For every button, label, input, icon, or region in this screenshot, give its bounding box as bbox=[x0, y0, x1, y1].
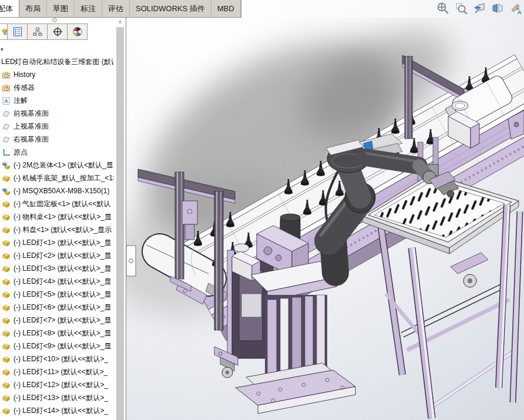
propertymanager-icon bbox=[12, 26, 23, 37]
assembly-3d-render bbox=[126, 18, 524, 420]
tree-filter-dropdown-icon[interactable]: ▾ bbox=[1, 46, 4, 52]
tree-item-led-light-12[interactable]: (-) LED灯<12> (默认<<默认>_ bbox=[0, 378, 114, 391]
feature-tree: LED灯自动化粘结设备三维套图 (默认History传感器注解前视基准面上视基准… bbox=[0, 55, 126, 420]
tree-root-item[interactable]: LED灯自动化粘结设备三维套图 (默认 bbox=[0, 55, 113, 68]
tree-item-led-light-7[interactable]: (-) LED灯<7> (默认<<默认>_显 bbox=[0, 314, 114, 327]
zoom-to-area-icon[interactable] bbox=[454, 1, 468, 15]
plane-icon bbox=[2, 135, 11, 144]
assembly-icon bbox=[2, 187, 11, 196]
tab-displaymanager[interactable] bbox=[68, 23, 88, 40]
tree-item-history[interactable]: History bbox=[0, 68, 114, 81]
tree-item-led-light-9[interactable]: (-) LED灯<9> (默认<<默认>_显 bbox=[0, 340, 114, 352]
tree-item-material-tray[interactable]: (-) 料盘<1> (默认<<默认>_显示 bbox=[0, 223, 114, 236]
material-table[interactable] bbox=[362, 174, 520, 418]
dimxpertmanager-icon bbox=[52, 26, 63, 37]
tree-item-label: (-) LED灯<6> (默认<<默认>_显 bbox=[14, 303, 111, 313]
section-view-icon[interactable] bbox=[491, 1, 505, 15]
tree-item-label: (-) LED灯<7> (默认<<默认>_显 bbox=[14, 315, 111, 325]
3d-viewport[interactable]: A bbox=[126, 0, 524, 420]
part-icon bbox=[2, 174, 11, 183]
tree-item-label: 注解 bbox=[14, 96, 28, 106]
part-icon bbox=[2, 264, 11, 273]
plane-icon bbox=[2, 122, 11, 131]
tree-root-label: LED灯自动化粘结设备三维套图 (默认 bbox=[1, 57, 113, 67]
tree-item-cylinder-fixing-plate[interactable]: (-) 气缸固定板<1> (默认<<默认 bbox=[0, 197, 114, 210]
svg-text:A: A bbox=[518, 9, 522, 15]
tree-item-robot-base-frame[interactable]: (-) 机械手底架_默认_按加工_<1> bbox=[0, 172, 114, 184]
tree-item-label: (-) MSQXB50AX-M9B-X150(1) bbox=[14, 187, 109, 195]
tree-item-led-light-1[interactable]: (-) LED灯<1> (默认<<默认>_显 bbox=[0, 236, 114, 249]
part-icon bbox=[2, 355, 11, 364]
tree-item-led-light-14[interactable]: (-) LED灯<14> (默认<<默认>_ bbox=[0, 404, 114, 417]
tree-item-led-light-2[interactable]: (-) LED灯<2> (默认<<默认>_显 bbox=[0, 249, 114, 262]
tree-item-partial-item[interactable] bbox=[0, 417, 114, 420]
part-icon bbox=[2, 368, 11, 377]
solidworks-window: A 配体布局草图标注评估SOLIDWORKS 插件MBD › ▾ bbox=[0, 0, 524, 420]
command-tab-3[interactable]: 标注 bbox=[75, 0, 102, 17]
tree-item-origin[interactable]: 原点 bbox=[0, 146, 114, 159]
tree-item-sensors[interactable]: 传感器 bbox=[0, 81, 114, 94]
tree-item-led-light-5[interactable]: (-) LED灯<5> (默认<<默认>_显 bbox=[0, 288, 114, 301]
tree-item-label: (-) LED灯<1> (默认<<默认>_显 bbox=[14, 238, 111, 248]
tree-item-label: History bbox=[14, 70, 35, 79]
command-tab-4[interactable]: 评估 bbox=[102, 0, 130, 17]
origin-icon bbox=[2, 148, 11, 157]
command-tab-0[interactable]: 配体 bbox=[0, 0, 19, 17]
scrollbar-thumb[interactable] bbox=[116, 27, 124, 420]
tree-item-label: (-) LED灯<8> (默认<<默认>_显 bbox=[14, 328, 111, 338]
previous-view-icon[interactable] bbox=[472, 1, 486, 15]
tree-item-led-light-10[interactable]: (-) LED灯<10> (默认<<默认>_ bbox=[0, 352, 114, 365]
part-icon bbox=[2, 251, 11, 260]
tree-item-msqxb50ax[interactable]: (-) MSQXB50AX-M9B-X150(1) bbox=[0, 184, 114, 197]
tree-item-front-plane[interactable]: 前视基准面 bbox=[0, 107, 114, 120]
tree-item-material-table[interactable]: (-) 物料桌<1> (默认<<默认>_显 bbox=[0, 210, 114, 223]
part-icon bbox=[2, 303, 11, 312]
tab-configurationmanager[interactable] bbox=[28, 23, 48, 40]
part-icon bbox=[2, 226, 11, 234]
tree-item-label: (-) LED灯<11> (默认<<默认>_ bbox=[14, 367, 108, 377]
tree-item-label: (-) LED灯<5> (默认<<默认>_显 bbox=[14, 290, 111, 300]
tree-item-label: 上视基准面 bbox=[14, 122, 49, 132]
part-icon bbox=[2, 200, 11, 209]
tree-item-2m-assembly[interactable]: (-) 2M总装体<1> (默认<默认_显 bbox=[0, 159, 114, 172]
tree-item-label: (-) 料盘<1> (默认<<默认>_显示 bbox=[14, 225, 112, 235]
zoom-to-fit-icon[interactable] bbox=[436, 1, 450, 15]
tree-item-label: (-) 机械手底架_默认_按加工_<1> bbox=[14, 173, 114, 183]
tree-item-label: 右视基准面 bbox=[14, 135, 49, 145]
commandmanager-tab-strip: 配体布局草图标注评估SOLIDWORKS 插件MBD bbox=[0, 0, 241, 18]
command-tab-5[interactable]: SOLIDWORKS 插件 bbox=[130, 0, 211, 17]
scroll-up-arrow[interactable]: ∧ bbox=[116, 18, 124, 26]
tab-featuremanager-design-tree[interactable] bbox=[0, 23, 8, 40]
sensors-icon bbox=[2, 83, 11, 92]
tree-item-label: (-) LED灯<14> (默认<<默认>_ bbox=[14, 406, 108, 416]
featuremanager-panel: › ▾ LED灯自动化粘结设备三维套图 (默认History传感器注解前视基准面… bbox=[0, 17, 126, 420]
panel-collapse-handle[interactable] bbox=[52, 18, 57, 22]
configurationmanager-icon bbox=[32, 26, 43, 37]
tree-item-label: (-) 物料桌<1> (默认<<默认>_显 bbox=[14, 212, 112, 222]
tab-propertymanager[interactable] bbox=[8, 23, 28, 40]
tree-item-led-light-11[interactable]: (-) LED灯<11> (默认<<默认>_ bbox=[0, 365, 114, 378]
tree-item-led-light-3[interactable]: (-) LED灯<3> (默认<<默认>_显 bbox=[0, 262, 114, 275]
tree-item-led-light-6[interactable]: (-) LED灯<6> (默认<<默认>_显 bbox=[0, 301, 114, 314]
history-icon bbox=[2, 70, 11, 79]
tree-item-right-plane[interactable]: 右视基准面 bbox=[0, 133, 114, 146]
part-icon bbox=[2, 342, 11, 351]
tree-item-label: 传感器 bbox=[14, 83, 35, 93]
tree-item-led-light-4[interactable]: (-) LED灯<4> (默认<<默认>_显 bbox=[0, 275, 114, 288]
part-icon bbox=[2, 394, 11, 402]
tree-item-label: 原点 bbox=[14, 147, 28, 157]
command-tab-6[interactable]: MBD bbox=[211, 0, 241, 17]
tree-item-label: (-) LED灯<12> (默认<<默认>_ bbox=[14, 380, 108, 390]
displaymanager-icon bbox=[72, 26, 83, 37]
vertical-scrollbar[interactable]: ∧ bbox=[116, 18, 124, 420]
tree-item-label: (-) LED灯<9> (默认<<默认>_显 bbox=[14, 341, 111, 351]
command-tab-1[interactable]: 布局 bbox=[19, 0, 47, 17]
tree-item-top-plane[interactable]: 上视基准面 bbox=[0, 120, 114, 133]
tab-dimxpertmanager[interactable] bbox=[48, 23, 68, 40]
command-tab-2[interactable]: 草图 bbox=[47, 0, 75, 17]
tree-item-annotations[interactable]: 注解 bbox=[0, 94, 114, 107]
tree-item-led-light-13[interactable]: (-) LED灯<13> (默认<<默认>_ bbox=[0, 391, 114, 404]
tree-item-led-light-8[interactable]: (-) LED灯<8> (默认<<默认>_显 bbox=[0, 327, 114, 340]
part-icon bbox=[2, 316, 11, 325]
hide-show-annotations-icon[interactable]: A bbox=[509, 1, 523, 15]
